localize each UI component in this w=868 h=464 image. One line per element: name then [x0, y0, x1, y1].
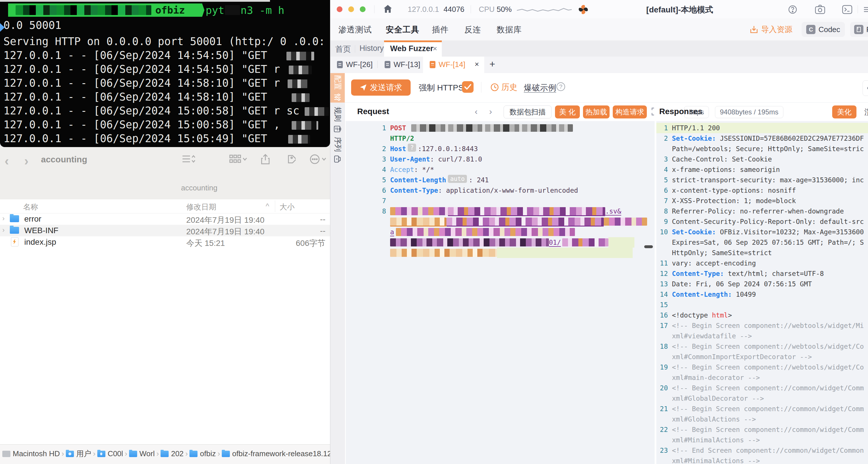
code-line: 13Date: Fri, 06 Sep 2024 07:56:15 GMT: [656, 279, 868, 289]
home-icon[interactable]: [383, 4, 393, 14]
file-date: 今天 15:21: [186, 238, 225, 249]
side-tab-sequence[interactable]: 序列: [330, 135, 345, 165]
send-request-button[interactable]: 发送请求: [351, 80, 411, 96]
yakit-window: 127.0.0.1 44076 CPU 50% [default]-本地模式: [330, 0, 868, 464]
force-https-checkbox[interactable]: [462, 81, 473, 93]
request-title: Request: [357, 107, 389, 116]
disclosure-icon[interactable]: ›: [2, 226, 5, 234]
redaction-block: [16, 5, 151, 15]
folder-icon: [10, 215, 19, 222]
import-resource-button[interactable]: 导入资源: [750, 24, 792, 35]
codec-button[interactable]: C Codec: [802, 22, 845, 37]
terminal-log-line: 127.0.0.1 - - [06/Sep/2024 14:58:10] "GE…: [3, 90, 310, 104]
column-name[interactable]: 名称: [23, 202, 38, 212]
response-code-editor[interactable]: 1HTTP/1.1 200 2Set-Cookie: JSESSIONID=57…: [656, 121, 868, 464]
back-icon[interactable]: ‹: [5, 154, 9, 167]
terminal-icon[interactable]: [842, 5, 852, 14]
tag-icon[interactable]: [285, 154, 296, 165]
fuzzer-tab-wf26[interactable]: WF-[26]: [337, 60, 372, 69]
beautify-button[interactable]: 美 化: [555, 106, 580, 118]
code-line: 6Content-Type: application/x-www-form-ur…: [346, 185, 655, 196]
menu-lines-icon[interactable]: [863, 5, 868, 14]
maximize-window-button[interactable]: [360, 6, 366, 12]
request-body-redacted: a: [346, 227, 655, 237]
window-title: [default]-本地模式: [625, 4, 735, 15]
tab-history[interactable]: History: [360, 44, 384, 53]
file-row-indexjsp[interactable]: index.jsp 今天 15:21 606字节: [0, 236, 330, 248]
side-tab-config[interactable]: 配置: [330, 73, 345, 103]
code-line: 7: [346, 196, 655, 206]
nav-tab-plugins[interactable]: 插件: [432, 24, 449, 35]
render-button-partial[interactable]: 渲: [860, 106, 868, 118]
share-icon[interactable]: [260, 154, 270, 165]
cpu-sparkline: [517, 6, 572, 13]
cpu-label: CPU: [479, 5, 495, 14]
next-icon[interactable]: ›: [489, 107, 492, 116]
side-tab-rules[interactable]: 规则: [330, 105, 345, 134]
code-line: 4x-frame-options: sameorigin: [656, 165, 868, 175]
forward-icon[interactable]: ›: [24, 154, 29, 167]
request-body-redacted: 01/: [346, 237, 655, 248]
tab-web-fuzzer[interactable]: Web Fuzzer ×: [384, 40, 442, 57]
packet-scan-button[interactable]: 数据包扫描: [504, 106, 552, 118]
construct-request-button[interactable]: 构造请求: [613, 106, 647, 118]
code-line: 1POST: [346, 123, 655, 133]
finder-window: ‹ › accounting: [0, 146, 330, 464]
minimize-window-button[interactable]: [348, 6, 354, 12]
share-button[interactable]: [863, 80, 868, 96]
more-actions-icon[interactable]: [310, 154, 328, 165]
sort-asc-icon[interactable]: ^: [266, 202, 269, 211]
history-button[interactable]: 历史: [490, 82, 518, 93]
crumb-macintosh-hd[interactable]: Macintosh HD: [2, 449, 60, 458]
blast-example-link[interactable]: 爆破示例: [524, 82, 556, 93]
fuzzer-tab-wf13[interactable]: WF-[13]: [384, 60, 420, 69]
terminal-window[interactable]: ofbiz pytn3 -m h 0.0 50001 Serving HTTP …: [0, 0, 330, 147]
crumb-2024[interactable]: 202: [160, 449, 183, 458]
request-code-editor[interactable]: 1POST HTTP/2 2Host?:127.0.0.1:8443 3User…: [346, 121, 655, 464]
file-name: WEB-INF: [24, 226, 58, 235]
crumb-ofbiz[interactable]: ofbiz: [189, 449, 216, 458]
beautify-button[interactable]: 美化: [832, 106, 857, 118]
add-tab-button[interactable]: +: [490, 58, 495, 69]
list-view-icon[interactable]: [182, 154, 195, 164]
help-circle-icon[interactable]: ?: [556, 82, 565, 91]
close-window-button[interactable]: [337, 6, 342, 12]
code-line: 19<!-- Begin Screen component://webtools…: [656, 362, 868, 372]
close-icon[interactable]: ×: [433, 44, 437, 53]
file-row-error[interactable]: › error 2024年7月19日 19:40 --: [0, 213, 330, 225]
code-line: 2Host?:127.0.0.1:8443: [346, 144, 655, 154]
force-https-label: 强制 HTTPS: [419, 82, 464, 93]
code-line: 17<!-- Begin Screen component://webtools…: [656, 320, 868, 331]
payload-button-partial[interactable]: P: [850, 22, 868, 37]
crumb-users[interactable]: 用户: [66, 449, 91, 459]
nav-tab-pentest[interactable]: 渗透测试: [338, 24, 372, 35]
scrollbar-thumb[interactable]: [644, 245, 653, 248]
fuzzer-tab-bar: WF-[26] WF-[13] WF-[14] × +: [330, 57, 868, 73]
code-line: xml#viewdatafile -->: [656, 331, 868, 341]
hot-reload-button[interactable]: 热加载: [583, 106, 610, 118]
crumb-home[interactable]: C00l: [97, 449, 123, 458]
prev-icon[interactable]: ‹: [475, 107, 477, 116]
request-body-redacted: [346, 248, 655, 258]
code-line: 5Content-Lengthauto: 241: [346, 175, 655, 185]
folder-icon: [160, 451, 168, 457]
redaction-block: [225, 5, 240, 15]
close-icon[interactable]: ×: [475, 60, 479, 69]
nav-tab-database[interactable]: 数据库: [497, 24, 522, 35]
fullscreen-icon[interactable]: [651, 107, 655, 116]
screenshot-icon[interactable]: [815, 5, 825, 14]
nav-tab-security-tools[interactable]: 安全工具: [386, 24, 419, 35]
crumb-work[interactable]: Worl: [129, 449, 155, 458]
fuzzer-tab-wf14[interactable]: WF-[14] ×: [423, 57, 484, 73]
column-date[interactable]: 修改日期: [186, 202, 216, 212]
nav-tab-reverse[interactable]: 反连: [464, 24, 481, 35]
grid-view-icon[interactable]: [229, 154, 247, 164]
terminal-log-line: 127.0.0.1 - - [06/Sep/2024 14:58:10] "GE…: [3, 76, 308, 90]
code-line: 1HTTP/1.1 200: [656, 123, 868, 133]
crumb-ofbiz-framework[interactable]: ofbiz-framework-release18.12.15: [222, 449, 330, 458]
column-size[interactable]: 大小: [280, 202, 294, 212]
disclosure-icon[interactable]: ›: [2, 214, 5, 223]
help-icon[interactable]: [788, 5, 798, 14]
file-row-webinf[interactable]: › WEB-INF 2024年7月19日 19:40 --: [0, 225, 330, 236]
tab-home[interactable]: 首页: [335, 44, 351, 54]
